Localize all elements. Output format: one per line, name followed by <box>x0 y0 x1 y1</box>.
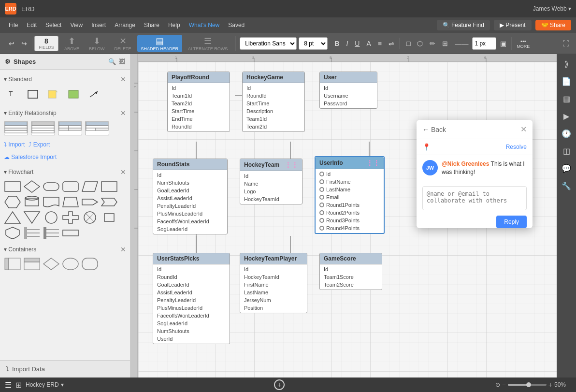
import-button[interactable]: ⤵ Import <box>4 141 25 148</box>
flow-doc[interactable] <box>43 195 60 209</box>
hockey-game-table[interactable]: HockeyGame Id RoundId StartTime Descript… <box>242 72 305 132</box>
menu-select[interactable]: Select <box>42 20 65 30</box>
back-button[interactable]: ← Back <box>422 126 446 133</box>
more-style-button[interactable]: ▣ <box>497 38 509 49</box>
menu-file[interactable]: File <box>5 20 22 30</box>
underline-button[interactable]: U <box>352 38 362 49</box>
add-page-button[interactable]: + <box>274 379 285 390</box>
er-shape-1[interactable] <box>4 121 28 135</box>
font-family-select[interactable]: Liberation Sans <box>240 37 297 50</box>
salesforce-button[interactable]: ☁ Salesforce Import <box>4 152 126 162</box>
undo-button[interactable]: ↩ <box>6 38 17 49</box>
zoom-handle[interactable] <box>526 382 531 387</box>
grid-view-button[interactable]: ⊞ <box>15 380 22 390</box>
user-table[interactable]: User Id Username Password <box>319 72 377 109</box>
bold-button[interactable]: B <box>331 38 342 49</box>
flow-hexagon[interactable] <box>4 195 21 209</box>
arrow-shape[interactable] <box>85 87 102 102</box>
playoff-round-table[interactable]: PlayoffRound Id Team1Id Team2Id StartTim… <box>167 72 230 132</box>
er-close[interactable]: ✕ <box>120 109 126 117</box>
flow-circle[interactable] <box>43 211 60 224</box>
canvas-area[interactable]: 1 3 5 7 9 1 <box>130 54 557 377</box>
alternate-rows-button[interactable]: ☰ ALTERNATE ROWS <box>184 35 231 52</box>
below-button[interactable]: ⬇ BELOW <box>85 35 109 52</box>
flow-list1[interactable] <box>23 226 41 240</box>
text-dir-button[interactable]: ⇌ <box>386 38 397 49</box>
flow-pill[interactable] <box>43 180 60 193</box>
flow-trapezoid[interactable] <box>62 195 79 209</box>
italic-button[interactable]: I <box>343 38 351 49</box>
note-shape[interactable] <box>44 87 62 102</box>
menu-view[interactable]: View <box>66 20 86 30</box>
er-shape-2[interactable] <box>31 121 55 135</box>
flow-rect-sm[interactable] <box>62 226 79 240</box>
flow-cylinder[interactable] <box>23 195 41 209</box>
container-4[interactable] <box>62 257 79 271</box>
rp-page-button[interactable]: 📄 <box>559 73 574 89</box>
user-info-table[interactable]: UserInfo⋮⋮ Id FirstName LastName Email <box>315 156 385 234</box>
standard-close[interactable]: ✕ <box>120 75 126 83</box>
menu-help[interactable]: Help <box>164 20 184 30</box>
zoom-plus-button[interactable]: + <box>548 381 552 389</box>
flow-parallelogram[interactable] <box>81 180 99 193</box>
game-score-table[interactable]: GameScore Id Team1Score Team2Score <box>319 253 382 290</box>
color-rect-shape[interactable] <box>65 87 82 102</box>
rp-video-button[interactable]: ▶ <box>559 108 574 124</box>
flow-dbl-rect[interactable] <box>101 180 118 193</box>
flow-shield[interactable] <box>4 226 21 240</box>
shaded-header-button[interactable]: ▤ SHADED HEADER <box>137 35 183 52</box>
share-button[interactable]: 🤝 Share <box>535 20 571 30</box>
rp-tools-button[interactable]: 🔧 <box>559 178 574 193</box>
menu-whats-new[interactable]: What's New <box>185 20 224 30</box>
diagram-canvas[interactable]: PlayoffRound Id Team1Id Team2Id StartTim… <box>138 62 557 377</box>
zoom-out-icon[interactable]: ⊙ <box>495 381 500 388</box>
containers-close[interactable]: ✕ <box>120 246 126 253</box>
rectangle-shape[interactable] <box>24 87 42 102</box>
rp-collapse-button[interactable]: ⟫ <box>559 56 574 72</box>
standard-section-header[interactable]: ▾ Standard ✕ <box>4 73 126 85</box>
line-color-button[interactable]: ✏ <box>427 38 438 49</box>
flow-x-circle[interactable] <box>81 211 99 224</box>
menu-insert[interactable]: Insert <box>87 20 110 30</box>
flow-rounded-rect[interactable] <box>62 180 79 193</box>
more-button[interactable]: ••• MORE <box>514 37 533 50</box>
connection-button[interactable]: ⊞ <box>439 38 451 49</box>
rp-layers-button[interactable]: ◫ <box>559 143 574 159</box>
flow-diamond[interactable] <box>23 180 41 193</box>
comment-input[interactable] <box>422 186 527 210</box>
diagram-select[interactable]: Hockey ERD ▾ <box>26 381 64 388</box>
import-data-button[interactable]: ⤵ Import Data <box>0 360 130 377</box>
above-button[interactable]: ⬆ ABOVE <box>60 35 83 52</box>
search-icon[interactable]: 🔍 <box>108 58 116 65</box>
container-2[interactable] <box>23 257 41 271</box>
line-width-input[interactable] <box>472 37 496 50</box>
line-style-button[interactable]: —— <box>452 38 471 49</box>
rp-clock-button[interactable]: 🕐 <box>559 126 574 141</box>
align-button[interactable]: ≡ <box>375 38 385 49</box>
flow-triangle[interactable] <box>4 211 21 224</box>
menu-arrange[interactable]: Arrange <box>111 20 139 30</box>
er-shape-3[interactable] <box>58 121 82 135</box>
text-shape[interactable]: T <box>4 87 21 102</box>
zoom-bar[interactable] <box>508 384 547 386</box>
fill-color-button[interactable]: ⬡ <box>414 38 426 49</box>
fill-style-button[interactable]: □ <box>403 38 413 49</box>
er-section-header[interactable]: ▾ Entity Relationship ✕ <box>4 107 126 119</box>
flow-rect[interactable] <box>4 180 21 193</box>
menu-edit[interactable]: Edit <box>23 20 41 30</box>
font-size-select[interactable]: 8 pt <box>299 37 328 50</box>
flow-list2[interactable] <box>43 226 60 240</box>
present-button[interactable]: ▶ Present <box>494 20 532 30</box>
hockey-team-player-table[interactable]: HockeyTeamPlayer Id HockeyTeamId FirstNa… <box>240 253 307 313</box>
delete-button[interactable]: ✕ DELETE <box>111 35 135 52</box>
container-5[interactable] <box>81 257 99 271</box>
flow-cross[interactable] <box>62 211 79 224</box>
flow-inv-triangle[interactable] <box>23 211 41 224</box>
flowchart-section-header[interactable]: ▾ Flowchart ✕ <box>4 166 126 178</box>
container-3[interactable] <box>43 257 60 271</box>
round-stats-table[interactable]: RoundStats Id NumShutouts GoalLeaderId A… <box>153 159 228 234</box>
hockey-team-table[interactable]: HockeyTeam⋮⋮ Id Name Logo HockeyTeamId <box>240 159 302 204</box>
menu-share[interactable]: Share <box>140 20 163 30</box>
zoom-minus-button[interactable]: − <box>502 381 506 389</box>
fields-control[interactable]: 8 FIELDS <box>34 36 58 51</box>
